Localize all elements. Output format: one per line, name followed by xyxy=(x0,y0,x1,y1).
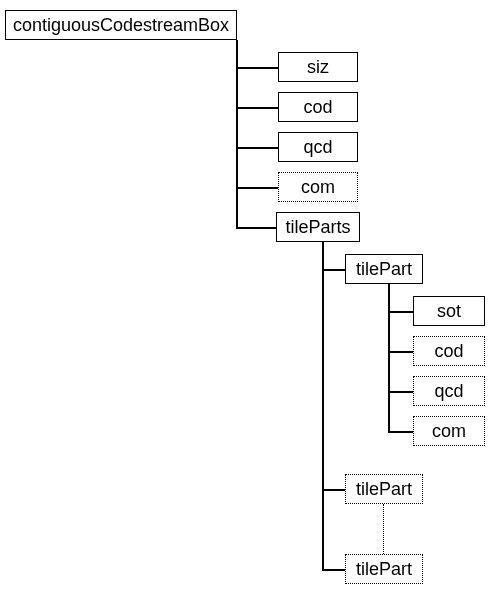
connector xyxy=(388,391,413,393)
node-cod: cod xyxy=(278,92,358,122)
node-tilepart-3: tilePart xyxy=(345,554,423,584)
connector xyxy=(236,67,278,69)
connector xyxy=(322,242,324,569)
connector xyxy=(388,431,413,433)
node-label: siz xyxy=(307,57,329,78)
node-tilepart-2: tilePart xyxy=(345,474,423,504)
node-label: tilePart xyxy=(356,559,412,580)
node-qcd: qcd xyxy=(278,132,358,162)
node-tilepart-1: tilePart xyxy=(345,254,423,284)
node-tilepart-com: com xyxy=(413,416,485,446)
node-label: com xyxy=(432,421,466,442)
connector xyxy=(388,351,413,353)
node-com: com xyxy=(278,172,358,202)
connector xyxy=(236,147,278,149)
node-tileparts: tileParts xyxy=(276,212,360,242)
connector xyxy=(388,311,413,313)
node-label: cod xyxy=(303,97,332,118)
node-label: contiguousCodestreamBox xyxy=(13,15,229,36)
node-tilepart-qcd: qcd xyxy=(413,376,485,406)
connector xyxy=(322,489,345,491)
node-label: qcd xyxy=(303,137,332,158)
node-label: tileParts xyxy=(285,217,350,238)
node-sot: sot xyxy=(413,296,485,326)
node-label: tilePart xyxy=(356,259,412,280)
node-siz: siz xyxy=(278,52,358,82)
node-label: com xyxy=(301,177,335,198)
connector xyxy=(236,107,278,109)
connector-dotted xyxy=(383,504,384,554)
node-tilepart-cod: cod xyxy=(413,336,485,366)
connector xyxy=(236,187,278,189)
connector xyxy=(236,227,276,229)
node-contiguous-codestream-box: contiguousCodestreamBox xyxy=(5,10,237,40)
connector xyxy=(322,269,345,271)
connector xyxy=(322,569,345,571)
connector xyxy=(388,284,390,431)
node-label: cod xyxy=(434,341,463,362)
node-label: qcd xyxy=(434,381,463,402)
node-label: sot xyxy=(437,301,461,322)
node-label: tilePart xyxy=(356,479,412,500)
